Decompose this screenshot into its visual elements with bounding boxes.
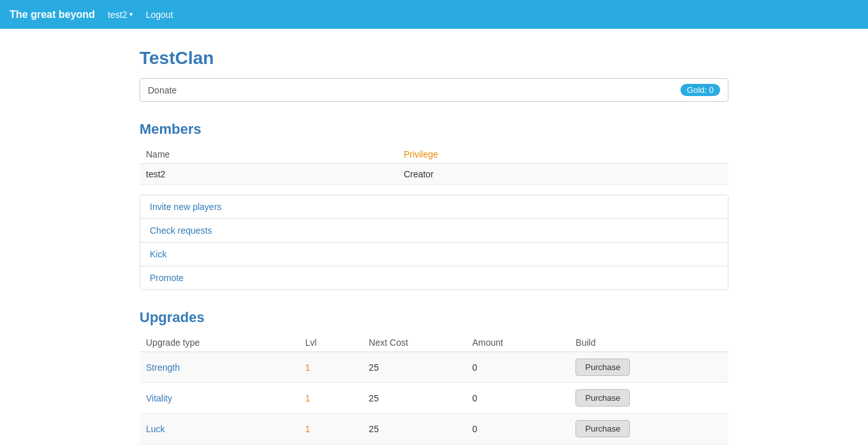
navbar-brand[interactable]: The great beyond	[10, 9, 95, 20]
members-title: Members	[140, 121, 728, 138]
col-build: Build	[569, 334, 728, 352]
col-name: Name	[140, 145, 398, 164]
upgrade-type: Vitality	[140, 383, 299, 414]
action-item[interactable]: Invite new players	[140, 195, 728, 219]
upgrade-build-cell: Purchase	[569, 383, 728, 414]
action-item[interactable]: Promote	[140, 266, 728, 289]
col-privilege: Privilege	[398, 145, 728, 164]
upgrades-section: Upgrades Upgrade type Lvl Next Cost Amou…	[140, 309, 728, 445]
action-item[interactable]: Check requests	[140, 219, 728, 243]
member-name: test2	[140, 164, 398, 185]
col-next-cost: Next Cost	[362, 334, 466, 352]
upgrades-table: Upgrade type Lvl Next Cost Amount Build …	[140, 334, 728, 445]
purchase-button[interactable]: Purchase	[575, 389, 630, 407]
upgrade-lvl: 1	[299, 414, 362, 444]
navbar: The great beyond test2 Logout	[0, 0, 868, 29]
upgrade-amount: 0	[466, 352, 570, 383]
upgrade-build-cell: Purchase	[569, 414, 728, 444]
upgrade-next-cost: 25	[362, 383, 466, 414]
main-content: TestClan Donate Gold: 0 Members Name Pri…	[127, 29, 741, 445]
col-lvl: Lvl	[299, 334, 362, 352]
upgrade-amount: 0	[466, 383, 570, 414]
upgrade-lvl: 1	[299, 352, 362, 383]
purchase-button[interactable]: Purchase	[575, 359, 630, 376]
action-item[interactable]: Kick	[140, 243, 728, 266]
table-row: test2 Creator	[140, 164, 728, 185]
upgrade-amount: 0	[466, 414, 570, 444]
table-row: Luck 1 25 0 Purchase	[140, 414, 728, 444]
upgrade-type: Luck	[140, 414, 299, 444]
purchase-button[interactable]: Purchase	[575, 420, 630, 437]
col-amount: Amount	[466, 334, 570, 352]
navbar-logout[interactable]: Logout	[146, 10, 173, 20]
navbar-user-dropdown[interactable]: test2	[108, 10, 133, 20]
upgrade-next-cost: 25	[362, 352, 466, 383]
upgrade-build-cell: Purchase	[569, 352, 728, 383]
donate-box: Donate Gold: 0	[140, 78, 728, 102]
gold-badge: Gold: 0	[680, 84, 720, 96]
table-row: Strength 1 25 0 Purchase	[140, 352, 728, 383]
upgrade-next-cost: 25	[362, 414, 466, 444]
col-upgrade-type: Upgrade type	[140, 334, 299, 352]
table-row: Vitality 1 25 0 Purchase	[140, 383, 728, 414]
donate-label: Donate	[148, 85, 177, 95]
upgrades-title: Upgrades	[140, 309, 728, 326]
clan-title: TestClan	[140, 48, 728, 69]
members-section: Members Name Privilege test2 Creator Inv…	[140, 121, 728, 290]
upgrade-type: Strength	[140, 352, 299, 383]
member-privilege: Creator	[398, 164, 728, 185]
upgrade-lvl: 1	[299, 383, 362, 414]
members-table: Name Privilege test2 Creator	[140, 145, 728, 185]
action-list: Invite new playersCheck requestsKickProm…	[140, 195, 728, 290]
